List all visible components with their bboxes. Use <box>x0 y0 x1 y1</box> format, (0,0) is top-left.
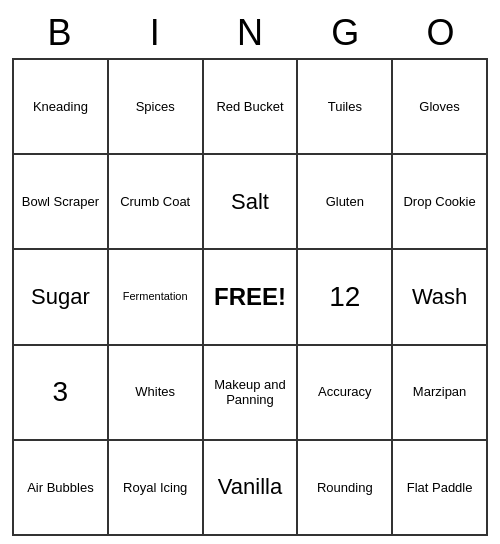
bingo-grid: KneadingSpicesRed BucketTuilesGlovesBowl… <box>12 58 488 536</box>
bingo-cell: Red Bucket <box>203 59 298 154</box>
bingo-cell: Fermentation <box>108 249 203 344</box>
bingo-cell: Wash <box>392 249 487 344</box>
header-letter: O <box>393 8 488 58</box>
bingo-cell: Sugar <box>13 249 108 344</box>
bingo-cell: Spices <box>108 59 203 154</box>
bingo-cell: Tuiles <box>297 59 392 154</box>
header-letter: G <box>298 8 393 58</box>
bingo-cell: Crumb Coat <box>108 154 203 249</box>
bingo-cell: Bowl Scraper <box>13 154 108 249</box>
bingo-cell: Gloves <box>392 59 487 154</box>
bingo-cell: Drop Cookie <box>392 154 487 249</box>
bingo-cell: Makeup and Panning <box>203 345 298 440</box>
bingo-cell: Vanilla <box>203 440 298 535</box>
bingo-cell: Royal Icing <box>108 440 203 535</box>
bingo-cell: Marzipan <box>392 345 487 440</box>
header-letter: N <box>202 8 297 58</box>
bingo-cell: Rounding <box>297 440 392 535</box>
header-letter: I <box>107 8 202 58</box>
bingo-cell: Air Bubbles <box>13 440 108 535</box>
bingo-cell: Accuracy <box>297 345 392 440</box>
bingo-cell: FREE! <box>203 249 298 344</box>
bingo-cell: Gluten <box>297 154 392 249</box>
bingo-cell: Flat Paddle <box>392 440 487 535</box>
bingo-header: BINGO <box>12 8 488 58</box>
bingo-cell: Kneading <box>13 59 108 154</box>
bingo-cell: Salt <box>203 154 298 249</box>
header-letter: B <box>12 8 107 58</box>
bingo-cell: 12 <box>297 249 392 344</box>
bingo-cell: 3 <box>13 345 108 440</box>
bingo-cell: Whites <box>108 345 203 440</box>
